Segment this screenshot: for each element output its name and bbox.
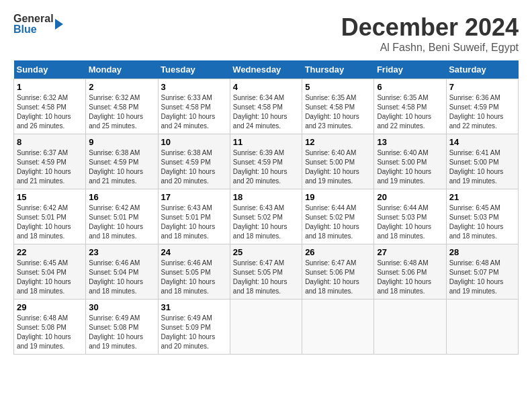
title-area: December 2024 Al Fashn, Beni Suweif, Egy…	[341, 13, 519, 54]
day-number: 10	[161, 137, 227, 147]
day-cell: 17 Sunrise: 6:43 AM Sunset: 5:01 PM Dayl…	[158, 189, 230, 244]
day-cell: 9 Sunrise: 6:38 AM Sunset: 4:59 PM Dayli…	[86, 134, 158, 189]
day-info: Sunrise: 6:35 AM Sunset: 4:58 PM Dayligh…	[305, 93, 371, 131]
day-cell	[302, 300, 374, 355]
day-number: 12	[305, 137, 371, 147]
day-number: 19	[305, 192, 371, 202]
day-cell	[230, 300, 302, 355]
day-cell: 19 Sunrise: 6:44 AM Sunset: 5:02 PM Dayl…	[302, 189, 374, 244]
day-info: Sunrise: 6:40 AM Sunset: 5:00 PM Dayligh…	[305, 148, 371, 186]
day-info: Sunrise: 6:45 AM Sunset: 5:04 PM Dayligh…	[17, 259, 83, 296]
day-number: 2	[89, 82, 154, 92]
day-number: 3	[161, 82, 227, 92]
day-number: 30	[89, 302, 154, 312]
day-info: Sunrise: 6:33 AM Sunset: 4:58 PM Dayligh…	[161, 93, 227, 131]
day-number: 6	[377, 82, 443, 92]
day-info: Sunrise: 6:34 AM Sunset: 4:58 PM Dayligh…	[233, 93, 299, 131]
header: General Blue December 2024 Al Fashn, Ben…	[13, 13, 519, 54]
day-cell: 8 Sunrise: 6:37 AM Sunset: 4:59 PM Dayli…	[14, 134, 86, 189]
weekday-header-sunday: Sunday	[14, 60, 86, 79]
day-cell: 3 Sunrise: 6:33 AM Sunset: 4:58 PM Dayli…	[158, 79, 230, 134]
day-cell: 15 Sunrise: 6:42 AM Sunset: 5:01 PM Dayl…	[14, 189, 86, 244]
day-number: 25	[233, 247, 299, 257]
days-of-week-row: SundayMondayTuesdayWednesdayThursdayFrid…	[14, 60, 519, 79]
day-number: 31	[161, 302, 227, 312]
day-cell: 25 Sunrise: 6:47 AM Sunset: 5:05 PM Dayl…	[230, 244, 302, 300]
day-cell: 28 Sunrise: 6:48 AM Sunset: 5:07 PM Dayl…	[446, 244, 518, 300]
day-number: 1	[17, 82, 83, 92]
week-row-5: 29 Sunrise: 6:48 AM Sunset: 5:08 PM Dayl…	[14, 300, 519, 355]
week-row-2: 8 Sunrise: 6:37 AM Sunset: 4:59 PM Dayli…	[14, 134, 519, 189]
logo-general-text: General	[13, 13, 54, 24]
location-title: Al Fashn, Beni Suweif, Egypt	[341, 42, 519, 54]
day-cell: 22 Sunrise: 6:45 AM Sunset: 5:04 PM Dayl…	[14, 244, 86, 300]
day-info: Sunrise: 6:45 AM Sunset: 5:03 PM Dayligh…	[449, 203, 515, 241]
day-info: Sunrise: 6:39 AM Sunset: 4:59 PM Dayligh…	[233, 148, 299, 186]
day-number: 14	[449, 137, 515, 147]
logo-svg: General Blue	[13, 13, 63, 35]
day-cell: 26 Sunrise: 6:47 AM Sunset: 5:06 PM Dayl…	[302, 244, 374, 300]
day-info: Sunrise: 6:35 AM Sunset: 4:58 PM Dayligh…	[377, 93, 443, 131]
day-info: Sunrise: 6:46 AM Sunset: 5:04 PM Dayligh…	[89, 259, 154, 296]
day-cell: 30 Sunrise: 6:49 AM Sunset: 5:08 PM Dayl…	[86, 300, 158, 355]
weekday-header-friday: Friday	[374, 60, 446, 79]
day-number: 20	[377, 192, 443, 202]
day-number: 26	[305, 247, 371, 257]
day-info: Sunrise: 6:36 AM Sunset: 4:59 PM Dayligh…	[449, 93, 515, 131]
day-info: Sunrise: 6:38 AM Sunset: 4:59 PM Dayligh…	[89, 148, 154, 186]
day-info: Sunrise: 6:42 AM Sunset: 5:01 PM Dayligh…	[89, 203, 154, 241]
day-number: 7	[449, 82, 515, 92]
day-cell: 31 Sunrise: 6:49 AM Sunset: 5:09 PM Dayl…	[158, 300, 230, 355]
day-cell: 11 Sunrise: 6:39 AM Sunset: 4:59 PM Dayl…	[230, 134, 302, 189]
day-number: 5	[305, 82, 371, 92]
day-info: Sunrise: 6:47 AM Sunset: 5:06 PM Dayligh…	[305, 259, 371, 296]
day-info: Sunrise: 6:42 AM Sunset: 5:01 PM Dayligh…	[17, 203, 83, 241]
day-number: 23	[89, 247, 154, 257]
weekday-header-monday: Monday	[86, 60, 158, 79]
day-cell: 6 Sunrise: 6:35 AM Sunset: 4:58 PM Dayli…	[374, 79, 446, 134]
day-cell: 16 Sunrise: 6:42 AM Sunset: 5:01 PM Dayl…	[86, 189, 158, 244]
day-info: Sunrise: 6:44 AM Sunset: 5:03 PM Dayligh…	[377, 203, 443, 241]
day-cell	[446, 300, 518, 355]
day-number: 29	[17, 302, 83, 312]
day-info: Sunrise: 6:32 AM Sunset: 4:58 PM Dayligh…	[89, 93, 154, 131]
day-number: 17	[161, 192, 227, 202]
day-info: Sunrise: 6:49 AM Sunset: 5:08 PM Dayligh…	[89, 314, 154, 351]
day-cell: 13 Sunrise: 6:40 AM Sunset: 5:00 PM Dayl…	[374, 134, 446, 189]
day-number: 15	[17, 192, 83, 202]
day-cell	[374, 300, 446, 355]
day-cell: 21 Sunrise: 6:45 AM Sunset: 5:03 PM Dayl…	[446, 189, 518, 244]
day-info: Sunrise: 6:43 AM Sunset: 5:01 PM Dayligh…	[161, 203, 227, 241]
day-info: Sunrise: 6:38 AM Sunset: 4:59 PM Dayligh…	[161, 148, 227, 186]
day-info: Sunrise: 6:43 AM Sunset: 5:02 PM Dayligh…	[233, 203, 299, 241]
day-number: 13	[377, 137, 443, 147]
day-cell: 4 Sunrise: 6:34 AM Sunset: 4:58 PM Dayli…	[230, 79, 302, 134]
day-info: Sunrise: 6:49 AM Sunset: 5:09 PM Dayligh…	[161, 314, 227, 351]
day-number: 11	[233, 137, 299, 147]
day-info: Sunrise: 6:44 AM Sunset: 5:02 PM Dayligh…	[305, 203, 371, 241]
day-cell: 23 Sunrise: 6:46 AM Sunset: 5:04 PM Dayl…	[86, 244, 158, 300]
day-number: 18	[233, 192, 299, 202]
logo: General Blue	[13, 13, 63, 35]
day-info: Sunrise: 6:41 AM Sunset: 5:00 PM Dayligh…	[449, 148, 515, 186]
day-number: 4	[233, 82, 299, 92]
day-info: Sunrise: 6:48 AM Sunset: 5:07 PM Dayligh…	[449, 259, 515, 296]
day-cell: 20 Sunrise: 6:44 AM Sunset: 5:03 PM Dayl…	[374, 189, 446, 244]
day-cell: 18 Sunrise: 6:43 AM Sunset: 5:02 PM Dayl…	[230, 189, 302, 244]
day-info: Sunrise: 6:48 AM Sunset: 5:06 PM Dayligh…	[377, 259, 443, 296]
weekday-header-thursday: Thursday	[302, 60, 374, 79]
day-number: 8	[17, 137, 83, 147]
day-cell: 7 Sunrise: 6:36 AM Sunset: 4:59 PM Dayli…	[446, 79, 518, 134]
logo-blue-text: Blue	[13, 24, 54, 35]
week-row-3: 15 Sunrise: 6:42 AM Sunset: 5:01 PM Dayl…	[14, 189, 519, 244]
weekday-header-saturday: Saturday	[446, 60, 518, 79]
day-info: Sunrise: 6:37 AM Sunset: 4:59 PM Dayligh…	[17, 148, 83, 186]
logo-chevron-icon	[55, 19, 63, 30]
day-number: 24	[161, 247, 227, 257]
logo-text-block: General Blue	[13, 13, 54, 35]
week-row-4: 22 Sunrise: 6:45 AM Sunset: 5:04 PM Dayl…	[14, 244, 519, 300]
day-info: Sunrise: 6:40 AM Sunset: 5:00 PM Dayligh…	[377, 148, 443, 186]
calendar-table: SundayMondayTuesdayWednesdayThursdayFrid…	[13, 60, 519, 355]
day-cell: 5 Sunrise: 6:35 AM Sunset: 4:58 PM Dayli…	[302, 79, 374, 134]
day-info: Sunrise: 6:32 AM Sunset: 4:58 PM Dayligh…	[17, 93, 83, 131]
